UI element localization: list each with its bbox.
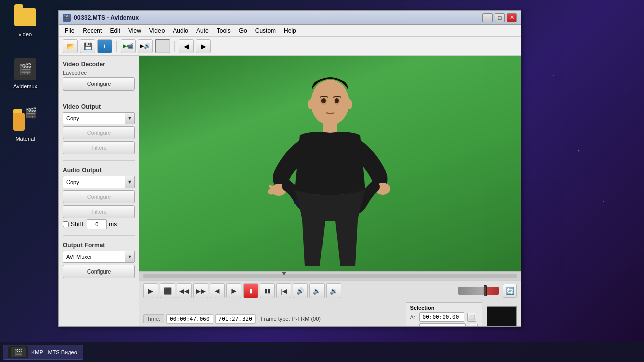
svg-point-10: [335, 98, 339, 103]
menu-audio[interactable]: Audio: [169, 26, 192, 36]
b-point-row: B: 00:01:27.320 ⬜: [410, 323, 478, 326]
video-decoder-codec: Lavcodec: [63, 70, 135, 76]
toolbar-save-button[interactable]: 💾: [80, 39, 95, 53]
menu-go[interactable]: Go: [235, 26, 251, 36]
menu-file[interactable]: File: [61, 26, 78, 36]
toolbar-play-next-button[interactable]: ▶: [196, 39, 211, 53]
selection-title: Selection: [410, 305, 478, 311]
vol-up-button[interactable]: 🔉: [326, 283, 341, 298]
frame-type-value: P-FRM (00): [292, 316, 321, 322]
video-output-configure-button[interactable]: Configure: [63, 126, 135, 139]
video-output-filters-button[interactable]: Filters: [63, 141, 135, 154]
svg-point-9: [321, 98, 326, 103]
toolbar-copy-audio-button[interactable]: ▶🔊: [138, 39, 153, 53]
toolbar: 📂 💾 i ▶📹 ▶🔊 ◀ ▶: [59, 37, 521, 56]
mute-button[interactable]: 🔈: [309, 283, 325, 298]
menu-auto[interactable]: Auto: [192, 26, 213, 36]
folder-icon: [14, 8, 36, 26]
audio-output-title: Audio Output: [63, 167, 135, 174]
video-decoder-title: Video Decoder: [63, 61, 135, 68]
fast-forward-button[interactable]: ▶▶: [193, 283, 208, 298]
goto-start-button[interactable]: |◀: [276, 283, 291, 298]
toolbar-info-button[interactable]: i: [97, 39, 112, 53]
video-output-section: Video Output Copy MPEG-4 AVC MPEG-4 ASP …: [63, 103, 135, 154]
taskbar: 🎬 KMP - MTS Видео: [0, 342, 644, 362]
menu-edit[interactable]: Edit: [106, 26, 124, 36]
a-set-button[interactable]: ⬜: [467, 313, 476, 322]
total-time: /01:27.320: [215, 314, 256, 324]
desktop-icon-material[interactable]: 🎬 Material: [5, 110, 45, 142]
volume-bar[interactable]: [458, 287, 499, 295]
video-output-select-arrow[interactable]: ▼: [125, 112, 135, 124]
divider-1: [63, 97, 135, 97]
divider-3: [63, 235, 135, 236]
toolbar-play-prev-button[interactable]: ◀: [179, 39, 194, 53]
volume-thumb[interactable]: [484, 285, 487, 296]
rewind-button[interactable]: ◀◀: [177, 283, 192, 298]
close-button[interactable]: ✕: [507, 13, 517, 22]
desktop-icon-video[interactable]: video: [5, 5, 45, 37]
output-format-configure-button[interactable]: Configure: [63, 265, 135, 278]
maximize-button[interactable]: □: [495, 13, 505, 22]
title-bar: 🎬 00332.MTS - Avidemux ─ □ ✕: [59, 11, 521, 25]
audio-output-select[interactable]: Copy MP3 AAC None: [63, 176, 125, 188]
timeline-cursor[interactable]: [282, 272, 287, 281]
desktop-icon-avidemux-label: Avidemux: [13, 83, 37, 89]
b-label: B:: [410, 325, 416, 327]
mark-in-button[interactable]: ▮: [243, 283, 258, 298]
window-controls: ─ □ ✕: [482, 13, 517, 22]
desktop-icon-material-label: Material: [15, 136, 35, 142]
a-time-value: 00:00:00.00: [419, 312, 464, 322]
shift-unit: ms: [109, 221, 117, 228]
svg-point-12: [346, 99, 352, 109]
desktop-icon-video-label: video: [19, 31, 32, 37]
preview-thumbnail: [487, 306, 517, 326]
desktop-icon-avidemux[interactable]: 🎬 Avidemux: [5, 57, 45, 89]
toolbar-open-button[interactable]: 📂: [63, 39, 78, 53]
toolbar-copy-video-button[interactable]: ▶📹: [121, 39, 136, 53]
output-format-select-arrow[interactable]: ▼: [125, 251, 135, 263]
audio-output-select-arrow[interactable]: ▼: [125, 176, 135, 188]
audio-output-section: Audio Output Copy MP3 AAC None ▼ Configu…: [63, 167, 135, 229]
video-decoder-configure-button[interactable]: Configure: [63, 77, 135, 90]
stop-button[interactable]: ⬛: [160, 283, 175, 298]
speaker-button[interactable]: 🔊: [293, 283, 308, 298]
menu-recent[interactable]: Recent: [78, 26, 106, 36]
video-output-select[interactable]: Copy MPEG-4 AVC MPEG-4 ASP None: [63, 112, 125, 124]
menu-help[interactable]: Help: [280, 26, 300, 36]
minimize-button[interactable]: ─: [482, 13, 493, 22]
mark-out-button[interactable]: ▮▮: [260, 283, 275, 298]
frame-type-section: Frame type: P-FRM (00): [261, 316, 321, 322]
audio-output-dropdown-wrapper: Copy MP3 AAC None ▼: [63, 176, 135, 188]
avidemux-window: 🎬 00332.MTS - Avidemux ─ □ ✕ File Recent…: [58, 10, 521, 327]
output-format-select[interactable]: AVI Muxer MP4 Muxer MKV Muxer: [63, 251, 125, 263]
taskbar-item[interactable]: 🎬 KMP - MTS Видео: [3, 345, 83, 360]
svg-point-0: [311, 80, 349, 125]
timeline-track[interactable]: [143, 274, 517, 278]
menu-view[interactable]: View: [124, 26, 145, 36]
menu-video[interactable]: Video: [145, 26, 169, 36]
output-format-title: Output Format: [63, 242, 135, 249]
audio-output-configure-button[interactable]: Configure: [63, 190, 135, 203]
shift-input[interactable]: [87, 219, 107, 229]
prev-frame-button[interactable]: ◀|: [210, 283, 225, 298]
toolbar-auto-button[interactable]: [155, 39, 170, 53]
menu-custom[interactable]: Custom: [251, 26, 280, 36]
menu-tools[interactable]: Tools: [213, 26, 235, 36]
next-frame-button[interactable]: |▶: [226, 283, 242, 298]
playback-controls: ▶ ⬛ ◀◀ ▶▶ ◀| |▶ ▮: [143, 283, 453, 298]
taskbar-thumbnail: 🎬: [8, 346, 28, 358]
video-decoder-section: Video Decoder Lavcodec Configure: [63, 61, 135, 90]
shift-checkbox[interactable]: [63, 221, 69, 227]
play-button[interactable]: ▶: [143, 283, 158, 298]
refresh-button[interactable]: 🔄: [503, 284, 517, 298]
time-section: Time: 00:00:47.060 /01:27.320: [143, 314, 256, 324]
frame-type-label: Frame type:: [261, 316, 290, 322]
app-icon: 🎬: [63, 14, 71, 22]
selection-panel: Selection A: 00:00:00.00 ⬜ B: 00:01:27.3…: [406, 302, 482, 326]
output-format-dropdown-wrapper: AVI Muxer MP4 Muxer MKV Muxer ▼: [63, 251, 135, 263]
menu-bar: File Recent Edit View Video Audio Auto T…: [59, 25, 521, 37]
audio-output-filters-button[interactable]: Filters: [63, 205, 135, 218]
output-format-section: Output Format AVI Muxer MP4 Muxer MKV Mu…: [63, 242, 135, 278]
b-set-button[interactable]: ⬜: [469, 324, 478, 327]
